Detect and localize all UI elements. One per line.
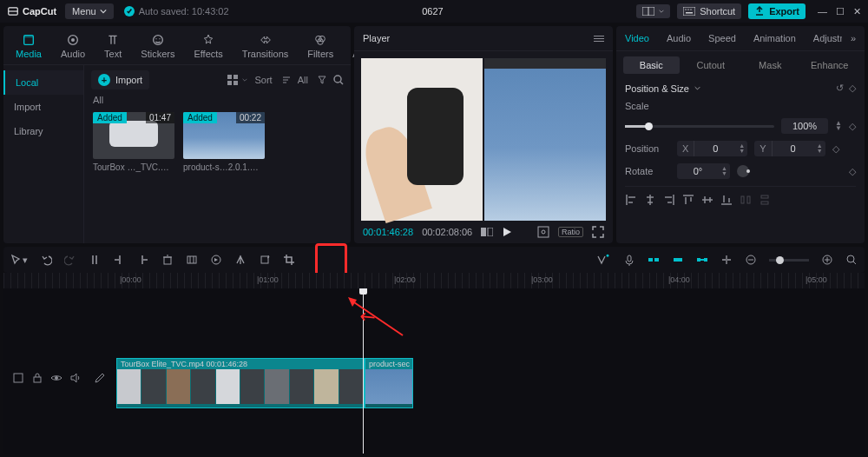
reverse-button[interactable] [210, 254, 222, 266]
delete-right-button[interactable] [137, 254, 149, 266]
reset-section-button[interactable]: ↺ [836, 83, 844, 94]
shortcut-button[interactable]: Shortcut [677, 3, 741, 19]
sidebar-item-import[interactable]: Import [3, 95, 83, 119]
rotate-button[interactable] [259, 254, 271, 266]
align-top-button[interactable] [682, 194, 694, 206]
tab-stickers[interactable]: Stickers [134, 30, 181, 64]
zoom-in-button[interactable] [821, 254, 833, 266]
tab-transitions[interactable]: Transitions [235, 30, 295, 64]
filter-all-button[interactable]: All [298, 75, 326, 85]
tab-scroll-right[interactable]: » [842, 26, 865, 50]
search-button[interactable] [333, 75, 344, 85]
player-menu-button[interactable] [594, 36, 604, 42]
import-button[interactable]: +Import [91, 70, 149, 89]
align-hcenter-button[interactable] [644, 194, 656, 206]
play-button[interactable] [502, 227, 512, 237]
subtab-enhance[interactable]: Enhance [802, 56, 858, 74]
tab-text[interactable]: Text [97, 30, 128, 64]
playhead[interactable] [363, 288, 364, 454]
tab-speed[interactable]: Speed [700, 26, 745, 50]
timeline-clip[interactable]: TourBox Elite_TVC.mp4 00:01:46:28 [116, 358, 365, 408]
distribute-h-button[interactable] [740, 194, 752, 206]
tab-video[interactable]: Video [616, 26, 658, 50]
crop-button[interactable] [283, 254, 295, 266]
align-left-button[interactable] [625, 194, 637, 206]
preview-axis-button[interactable] [720, 254, 733, 266]
view-mode-button[interactable] [227, 74, 247, 86]
fit-zoom-button[interactable] [845, 254, 858, 266]
sidebar-item-library[interactable]: Library [3, 119, 83, 143]
svg-rect-27 [488, 228, 493, 236]
distribute-v-button[interactable] [759, 194, 771, 206]
timeline-ruler[interactable]: |00:00 |01:00 |02:00 |03:00 |04:00 |05:0… [3, 273, 865, 288]
keyframe-scale-button[interactable]: ◇ [849, 121, 856, 132]
tab-filters[interactable]: Filters [300, 30, 340, 64]
track-mute-button[interactable] [69, 372, 82, 384]
close-button[interactable]: ✕ [853, 6, 861, 17]
minimize-button[interactable]: — [818, 6, 827, 17]
zoom-slider[interactable] [769, 259, 809, 262]
tab-media[interactable]: Media [9, 30, 49, 64]
scale-button[interactable] [537, 226, 549, 238]
keyframe-rotate-button[interactable]: ◇ [849, 166, 856, 177]
cover-toggle[interactable] [12, 372, 24, 384]
position-y-field[interactable]: Y0▲▼ [754, 141, 825, 156]
subtab-basic[interactable]: Basic [623, 56, 680, 74]
sidebar-item-local[interactable]: Local [3, 70, 83, 95]
delete-left-button[interactable] [113, 254, 125, 266]
mirror-button[interactable] [234, 254, 247, 266]
preview-left[interactable] [361, 58, 483, 221]
edit-track-button[interactable] [94, 372, 106, 384]
selection-tool-button[interactable]: ▾ [10, 254, 28, 266]
track-visibility-button[interactable] [50, 372, 62, 384]
delete-button[interactable] [161, 254, 174, 266]
section-label: All [84, 95, 351, 109]
tab-audio[interactable]: Audio [54, 30, 92, 64]
zoom-out-button[interactable] [745, 254, 757, 266]
auto-snap-button[interactable] [672, 254, 684, 266]
keyframe-section-button[interactable]: ◇ [849, 83, 856, 94]
media-icon [22, 33, 36, 47]
media-clip[interactable]: Added 00:22 product-s…2.0.1.mp4 [183, 112, 265, 172]
ratio-button[interactable]: Ratio [558, 227, 583, 237]
subtab-mask[interactable]: Mask [742, 56, 799, 74]
rotate-dial[interactable] [737, 165, 749, 177]
scale-value[interactable]: 100% [781, 118, 828, 134]
scale-stepper[interactable]: ▲▼ [835, 121, 842, 131]
main-track-magnet-button[interactable] [648, 254, 660, 266]
svg-point-29 [542, 230, 545, 234]
align-right-button[interactable] [663, 194, 675, 206]
svg-rect-42 [654, 258, 659, 262]
track-lock-button[interactable] [31, 372, 43, 384]
tab-audio[interactable]: Audio [658, 26, 700, 50]
rotate-field[interactable]: 0°▲▼ [677, 163, 730, 179]
undo-button[interactable] [40, 254, 52, 266]
tab-effects[interactable]: Effects [187, 30, 229, 64]
record-button[interactable] [623, 254, 635, 266]
auto-caption-button[interactable]: ● [595, 254, 611, 266]
media-clip[interactable]: Added 01:47 TourBox …_TVC.mp4 [93, 112, 174, 172]
layout-button[interactable] [636, 4, 670, 18]
tab-animation[interactable]: Animation [745, 26, 805, 50]
maximize-button[interactable]: ☐ [836, 6, 845, 17]
section-position-size[interactable]: Position & Size ↺ ◇ [625, 83, 856, 94]
subtab-cutout[interactable]: Cutout [683, 56, 740, 74]
align-vcenter-button[interactable] [701, 194, 713, 206]
align-bottom-button[interactable] [720, 194, 733, 206]
position-x-field[interactable]: X0▲▼ [677, 141, 747, 156]
linkage-button[interactable] [696, 254, 708, 266]
export-button[interactable]: Export [748, 3, 806, 19]
timeline-clip[interactable]: product-sec [365, 358, 413, 408]
timeline[interactable]: TourBox Elite_TVC.mp4 00:01:46:28 produc… [3, 288, 865, 454]
freeze-button[interactable] [186, 254, 198, 266]
redo-button[interactable] [64, 254, 76, 266]
compare-button[interactable] [481, 228, 493, 236]
preview-right[interactable] [484, 58, 606, 221]
keyframe-position-button[interactable]: ◇ [832, 143, 839, 155]
fullscreen-button[interactable] [592, 226, 604, 238]
scale-slider[interactable] [625, 125, 774, 128]
sort-button[interactable]: Sort [254, 75, 290, 85]
split-button[interactable] [89, 254, 101, 266]
tab-adjustment[interactable]: Adjustment [805, 26, 842, 50]
menu-button[interactable]: Menu [65, 3, 114, 19]
